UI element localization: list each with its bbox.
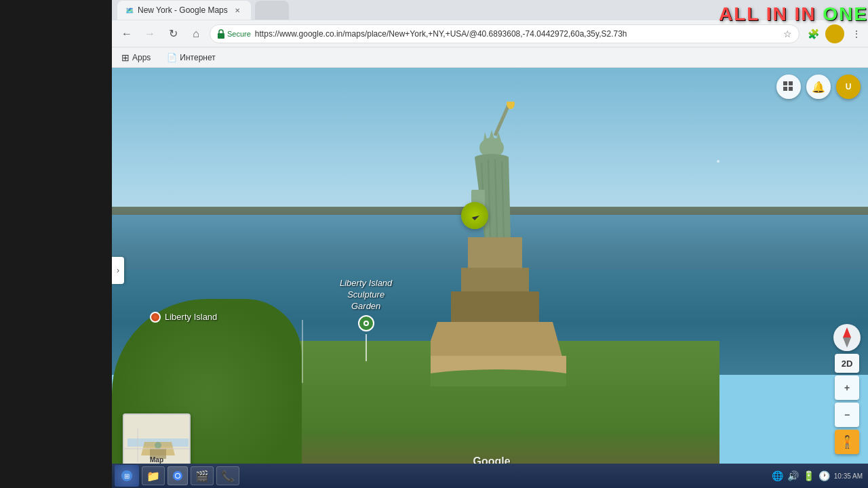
liberty-island-text: Liberty Island [165,312,217,322]
svg-point-35 [176,474,180,478]
svg-line-1 [495,105,509,136]
inactive-tab[interactable] [255,1,289,20]
title-bar: 🗺️ New York - Google Maps ✕ [112,0,868,20]
svg-point-17 [431,369,566,386]
forward-button[interactable]: → [140,24,159,43]
bell-notification-button[interactable]: 🔔 [806,75,831,99]
2d-toggle-button[interactable]: 2D [835,354,859,373]
svg-rect-21 [783,87,787,91]
bookmarks-bar: ⊞ Apps 📄 Интернет [112,47,868,68]
refresh-button[interactable]: ↻ [163,24,182,43]
nav-right: 🧩 ⋮ [804,24,866,43]
map-area[interactable]: Liberty Island Liberty Island Sculpture … [112,68,868,488]
zoom-out-button[interactable]: − [835,403,859,427]
network-icon: 🌐 [772,470,783,481]
sidebar-toggle-button[interactable]: › [112,257,124,284]
taskbar-right-area: 🌐 🔊 🔋 🕐 10:35 AM [772,470,865,481]
sculpture-garden-label[interactable]: Liberty Island Sculpture Garden [340,278,392,361]
time-display: 10:35 AM [834,472,863,481]
map-top-controls: 🔔 U [776,75,861,99]
svg-rect-13 [461,268,529,295]
svg-point-19 [365,322,368,325]
svg-text:⊞: ⊞ [124,472,130,480]
volume-icon: 🔊 [787,470,799,481]
secure-icon: Secure [217,29,251,39]
apps-label: Apps [132,53,151,62]
svg-point-28 [155,442,161,449]
menu-button[interactable]: ⋮ [847,24,866,43]
start-button[interactable]: ⊞ [115,465,139,487]
clock-icon: 🕐 [818,470,830,481]
sculpture-pin[interactable] [358,315,374,331]
svg-rect-0 [218,33,224,39]
compass-north [843,327,851,338]
compass-south [843,338,851,348]
mini-map-label: Map [150,456,163,464]
map-bottom-controls: 2D + − 🧍 [833,324,861,454]
svg-marker-15 [431,322,563,359]
tab-favicon: 🗺️ [125,7,134,14]
internet-label: Интернет [180,53,215,62]
svg-rect-14 [451,291,539,322]
internet-bookmark[interactable]: 📄 Интернет [163,52,219,64]
liberty-circle-marker [150,312,161,323]
apps-grid-icon: ⊞ [121,52,130,63]
taskbar-chrome[interactable] [167,466,188,485]
svg-rect-20 [783,81,787,85]
address-bar[interactable]: Secure https://www.google.co.in/maps/pla… [210,24,800,43]
browser-window: 🗺️ New York - Google Maps ✕ ← → ↻ ⌂ Secu… [112,0,868,488]
zoom-in-button[interactable]: + [835,375,859,400]
svg-rect-12 [468,237,522,271]
liberty-island-label: Liberty Island [150,312,217,323]
taskbar-phone[interactable]: 📞 [216,466,239,485]
path-line [302,320,303,383]
battery-icon: 🔋 [803,470,814,481]
active-tab[interactable]: 🗺️ New York - Google Maps ✕ [117,1,251,20]
sculpture-pin-line [366,334,367,361]
svg-marker-4 [484,132,488,141]
statue-of-liberty [431,102,566,389]
taskbar-media[interactable]: 🎬 [191,466,214,485]
secure-label: Secure [227,30,251,38]
cursor-arrow [472,213,479,220]
address-text: https://www.google.co.in/maps/place/New+… [255,29,779,39]
grid-apps-button[interactable] [776,75,801,99]
user-avatar-button[interactable] [825,24,844,43]
extensions-button[interactable]: 🧩 [804,24,823,43]
taskbar-time: 10:35 AM [834,472,863,481]
tab-title: New York - Google Maps [138,5,228,15]
home-button[interactable]: ⌂ [186,24,205,43]
svg-rect-22 [789,81,793,85]
tab-close-button[interactable]: ✕ [232,5,243,16]
street-view-button[interactable]: 🧍 [835,430,859,454]
svg-rect-23 [789,87,793,91]
internet-page-icon: 📄 [167,53,177,62]
sculpture-label-text: Liberty Island Sculpture Garden [340,278,392,312]
mini-map[interactable]: Map [123,413,191,468]
nav-bar: ← → ↻ ⌂ Secure https://www.google.co.in/… [112,20,868,47]
back-button[interactable]: ← [117,24,136,43]
compass-inner [837,327,857,348]
bookmark-star-icon[interactable]: ☆ [783,28,792,39]
user-account-button[interactable]: U [836,75,861,99]
compass-button[interactable] [833,324,861,351]
windows-taskbar: ⊞ 📁 🎬 📞 🌐 🔊 🔋 🕐 10:35 AM [112,464,868,488]
taskbar-file-explorer[interactable]: 📁 [142,466,165,485]
apps-bookmark[interactable]: ⊞ Apps [117,51,155,64]
